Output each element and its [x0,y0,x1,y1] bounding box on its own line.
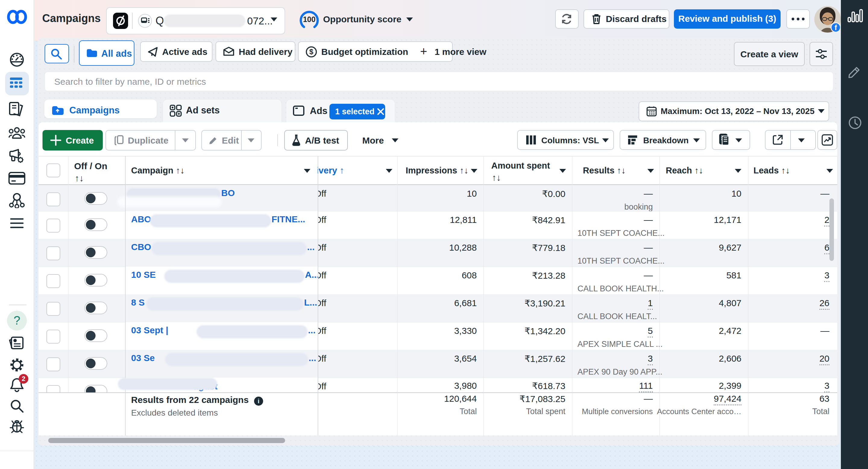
svg-text:$: $ [309,48,313,56]
